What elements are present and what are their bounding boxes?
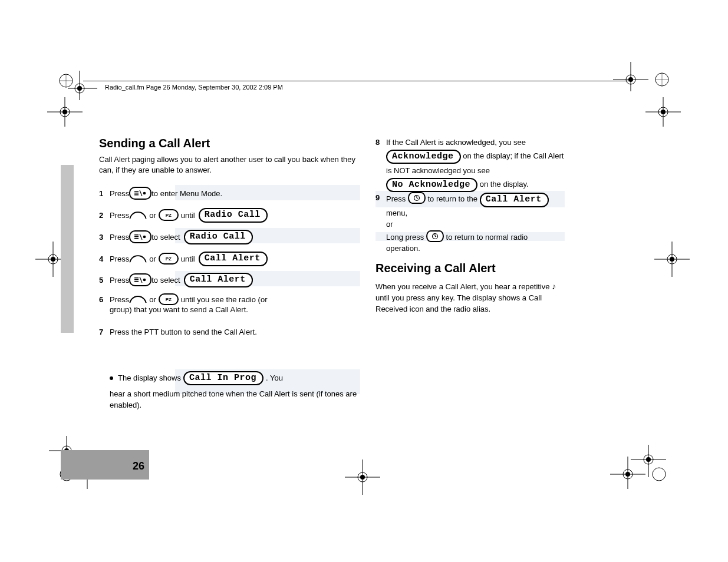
svg-point-6 [77,86,82,91]
recv2: repetitive [519,282,552,291]
svg-rect-59 [134,238,139,239]
step-num: 6 [99,295,110,304]
step-num-9: 9 [375,192,386,254]
step-1-text-b: to enter Menu Mode. [151,189,222,198]
pill-acknowledge2: Acknowledge [386,150,461,164]
step-3-text-b: to select [151,233,180,242]
r9a: Press [386,194,408,203]
side-tab [61,165,74,333]
pill-no-acknowledge: No Acknowledge [386,178,477,193]
svg-rect-57 [134,234,139,236]
svg-point-46 [646,457,651,462]
step-3: 3 Press to select Radio Call [99,230,253,244]
svg-point-21 [661,110,666,114]
recv1: When you receive a Call Alert, you hear … [375,282,516,291]
step-5: 5 Press to select Call Alert [99,273,253,287]
r9f: to return to normal radio [446,233,528,242]
s7a: Press the PTT button to send the Call Al… [110,327,361,338]
clock-button-icon [408,192,426,204]
svg-line-65 [140,277,142,283]
pill-call-alert: Call Alert [184,273,253,287]
r9b: to return to the [427,194,479,203]
pz-button-icon: PZ [159,209,179,221]
step-2-text-b: until [181,211,195,220]
header-rule [83,81,631,81]
pill-call-in-prog2: Call In Prog [183,371,263,386]
up-arc-icon [129,295,147,304]
step-3-text-a: Press [110,233,129,242]
crop-mark-tr2 [643,97,684,141]
r9g: operation. [386,244,420,253]
pz-button-icon: PZ [159,253,179,265]
pill-call-alert-r: Call Alert [480,193,549,207]
step-num: 5 [99,276,110,285]
r8b: on the display; if the Call Alert [463,151,564,160]
step-num: 1 [99,189,110,198]
svg-rect-52 [134,191,139,192]
step-6: 6 Press or PZ until you see the radio (o… [99,293,268,305]
r8c: is NOT acknowledged you see [386,166,490,175]
heading-receive-call-alert: Receiving a Call Alert [375,262,496,275]
s7d: hear a short medium pitched tone when th… [110,389,361,411]
pill-call-alert: Call Alert [199,252,268,266]
r9d: or [386,220,393,229]
menu-button-icon [129,230,151,243]
bullet-icon [110,376,113,380]
svg-point-25 [51,257,55,262]
step-2-text-a: Press [110,211,129,220]
s7c: . You [266,373,283,384]
svg-rect-63 [134,279,139,280]
step-num: 3 [99,233,110,242]
svg-point-17 [62,110,67,114]
pill-radio-call: Radio Call [184,230,253,244]
receive-text: When you receive a Call Alert, you hear … [375,280,564,315]
step-4-text-b: until [181,254,195,263]
svg-line-55 [140,190,142,196]
step7-clean: 7 Press the PTT button to send the Call … [99,327,361,411]
step-6-text-b: until you see the radio (or [181,295,268,304]
pz-button-icon: PZ [159,293,179,305]
svg-point-10 [628,77,633,82]
pill-radio-call: Radio Call [199,208,268,223]
svg-point-51 [653,468,666,481]
crop-mark-br [607,445,672,494]
heading-send-call-alert: Sending a Call Alert [99,137,210,150]
crop-mark-mr [654,242,690,279]
step-num-7: 7 [99,327,110,411]
send-alert-intro: Call Alert paging allows you to alert an… [99,154,358,175]
step-num: 2 [99,211,110,220]
svg-point-56 [143,192,146,195]
step-4-or: or [149,254,156,263]
r9e: Long press [386,233,426,242]
step-4: 4 Press or PZ until Call Alert [99,252,268,266]
svg-rect-58 [134,236,139,237]
header-text: Radio_call.fm Page 26 Monday, September … [105,84,283,91]
up-arc-icon [129,254,147,263]
right-col-step8-flow: 8 If the Call Alert is acknowledged, you… [375,137,564,193]
step-2: 2 Press or PZ until Radio Call [99,208,268,223]
svg-rect-62 [134,277,139,279]
step-5-text-a: Press [110,276,129,285]
crop-mark-tl2 [44,97,85,141]
svg-point-42 [360,475,365,480]
svg-point-66 [143,279,146,282]
svg-rect-64 [134,281,139,282]
crop-mark-bc [345,459,380,497]
svg-rect-53 [134,193,139,194]
svg-point-50 [625,472,630,477]
r8d: on the display. [480,180,529,189]
step-1-text-a: Press [110,189,129,198]
step-6-text-a: Press [110,295,129,304]
right-col-step9-flow: 9 Press to return to the Call Alert menu… [375,192,564,254]
up-arc-icon [129,210,147,220]
svg-line-72 [435,236,436,237]
recv3: until you press any key. The display [375,293,496,302]
svg-point-29 [670,257,674,262]
step-num-8: 8 [375,137,386,193]
page-number: 26 [133,460,144,472]
r9c: menu, [386,209,407,217]
svg-point-61 [143,236,146,239]
step-num: 4 [99,254,110,263]
menu-button-icon [129,187,151,200]
r8a2: If the Call Alert is acknowledged, you s… [386,138,526,147]
